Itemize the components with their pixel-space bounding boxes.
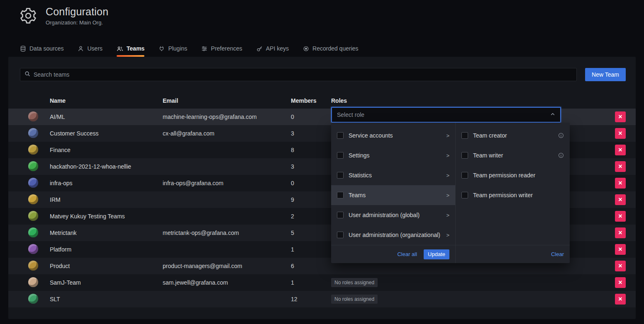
delete-team-button[interactable]: × bbox=[615, 178, 626, 189]
delete-team-button[interactable]: × bbox=[615, 211, 626, 222]
team-name[interactable]: infra-ops bbox=[50, 180, 163, 186]
role-submenu: Team creatorTeam writerTeam permission r… bbox=[456, 123, 570, 263]
tab-plugins[interactable]: Plugins bbox=[159, 41, 187, 57]
key-icon bbox=[256, 46, 263, 52]
team-name[interactable]: SamJ-Team bbox=[50, 279, 163, 286]
checkbox[interactable] bbox=[337, 172, 344, 179]
delete-team-button[interactable]: × bbox=[615, 128, 626, 139]
checkbox[interactable] bbox=[337, 152, 344, 159]
chevron-up-icon bbox=[550, 111, 555, 118]
table-row[interactable]: SLT12No roles assigned× bbox=[8, 291, 636, 307]
team-name[interactable]: Matvey Kukuy Testing Teams bbox=[50, 213, 163, 220]
delete-team-button[interactable]: × bbox=[615, 261, 626, 271]
column-email: Email bbox=[163, 97, 291, 104]
team-name[interactable]: Metrictank bbox=[50, 230, 163, 236]
search-box bbox=[20, 68, 577, 81]
role-group-statistics[interactable]: Statistics> bbox=[331, 165, 455, 185]
team-name[interactable]: Finance bbox=[50, 147, 163, 153]
tab-label: Preferences bbox=[211, 45, 242, 52]
team-avatar bbox=[28, 261, 38, 271]
role-select-input[interactable]: Select role bbox=[331, 107, 561, 123]
role-group-teams[interactable]: Teams> bbox=[331, 185, 455, 205]
role-group-user-administration-organizational[interactable]: User administration (organizational)> bbox=[331, 225, 455, 245]
tab-users[interactable]: Users bbox=[78, 41, 102, 57]
role-group-service-accounts[interactable]: Service accounts> bbox=[331, 126, 455, 145]
team-email: machine-learning-ops@grafana.com bbox=[163, 114, 291, 120]
checkbox[interactable] bbox=[461, 152, 468, 159]
role-option-team-permission-writer[interactable]: Team permission writer bbox=[456, 185, 570, 205]
database-icon bbox=[20, 46, 26, 52]
close-icon: × bbox=[618, 130, 622, 137]
team-name[interactable]: Platform bbox=[50, 246, 163, 253]
team-avatar bbox=[28, 161, 38, 171]
team-members-count: 1 bbox=[291, 279, 331, 286]
table-row[interactable]: SamJ-Teamsam.jewell@grafana.com1No roles… bbox=[8, 274, 636, 291]
page-title: Configuration bbox=[46, 6, 108, 18]
plug-icon bbox=[159, 46, 165, 52]
role-group-label: User administration (global) bbox=[349, 212, 420, 218]
delete-team-button[interactable]: × bbox=[615, 294, 626, 305]
search-teams-input[interactable] bbox=[34, 71, 572, 78]
delete-team-button[interactable]: × bbox=[615, 227, 626, 238]
tab-preferences[interactable]: Preferences bbox=[201, 41, 242, 57]
team-email: metrictank-ops@grafana.com bbox=[163, 230, 291, 236]
chevron-right-icon: > bbox=[446, 152, 449, 159]
table-header: Name Email Members Roles bbox=[8, 93, 636, 109]
info-icon[interactable] bbox=[558, 152, 564, 158]
checkbox[interactable] bbox=[461, 132, 468, 139]
checkbox[interactable] bbox=[337, 232, 344, 238]
team-name[interactable]: hackathon-2021-12-whoa-nellie bbox=[50, 163, 163, 170]
tab-label: Plugins bbox=[168, 45, 187, 52]
team-members-count: 3 bbox=[291, 130, 331, 137]
delete-team-button[interactable]: × bbox=[615, 194, 626, 205]
checkbox[interactable] bbox=[337, 132, 344, 139]
delete-team-button[interactable]: × bbox=[615, 244, 626, 255]
team-email: sam.jewell@grafana.com bbox=[163, 279, 291, 286]
delete-team-button[interactable]: × bbox=[615, 277, 626, 288]
role-group-user-administration-global[interactable]: User administration (global)> bbox=[331, 205, 455, 225]
record-icon bbox=[303, 46, 309, 52]
team-roles-cell: No roles assigned bbox=[331, 278, 607, 287]
team-name[interactable]: Product bbox=[50, 263, 163, 269]
tab-data-sources[interactable]: Data sources bbox=[20, 41, 63, 57]
delete-team-button[interactable]: × bbox=[615, 145, 626, 155]
tab-label: Teams bbox=[127, 45, 144, 52]
close-icon: × bbox=[618, 147, 622, 153]
team-members-count: 6 bbox=[291, 263, 331, 269]
team-name[interactable]: SLT bbox=[50, 296, 163, 302]
close-icon: × bbox=[618, 196, 622, 203]
clear-all-link[interactable]: Clear all bbox=[397, 251, 417, 257]
chevron-right-icon: > bbox=[446, 212, 449, 218]
team-avatar bbox=[28, 244, 38, 254]
close-icon: × bbox=[618, 114, 622, 120]
new-team-button[interactable]: New Team bbox=[585, 68, 626, 81]
tab-label: Users bbox=[87, 45, 102, 52]
role-option-team-writer[interactable]: Team writer bbox=[456, 145, 570, 165]
update-button[interactable]: Update bbox=[424, 249, 449, 259]
roles-badge: No roles assigned bbox=[331, 295, 378, 304]
clear-link[interactable]: Clear bbox=[551, 251, 564, 257]
role-picker: Select role Service accounts>Settings>St… bbox=[331, 107, 561, 123]
tab-api-keys[interactable]: API keys bbox=[256, 41, 289, 57]
search-icon bbox=[24, 71, 30, 78]
role-group-settings[interactable]: Settings> bbox=[331, 145, 455, 165]
team-name[interactable]: IRM bbox=[50, 196, 163, 203]
info-icon[interactable] bbox=[558, 133, 564, 138]
tab-teams[interactable]: Teams bbox=[117, 41, 144, 57]
checkbox[interactable] bbox=[461, 192, 468, 198]
tab-recorded-queries[interactable]: Recorded queries bbox=[303, 41, 359, 57]
team-name[interactable]: AI/ML bbox=[50, 114, 163, 120]
close-icon: × bbox=[618, 213, 622, 220]
delete-team-button[interactable]: × bbox=[615, 111, 626, 122]
team-members-count: 0 bbox=[291, 114, 331, 120]
role-option-team-creator[interactable]: Team creator bbox=[456, 126, 570, 145]
team-members-count: 12 bbox=[291, 296, 331, 302]
team-avatar bbox=[28, 178, 38, 188]
checkbox[interactable] bbox=[461, 172, 468, 179]
checkbox[interactable] bbox=[337, 192, 344, 198]
teams-panel: New Team Name Email Members Roles AI/MLm… bbox=[8, 57, 636, 319]
checkbox[interactable] bbox=[337, 212, 344, 218]
role-option-team-permission-reader[interactable]: Team permission reader bbox=[456, 165, 570, 185]
team-name[interactable]: Customer Success bbox=[50, 130, 163, 137]
delete-team-button[interactable]: × bbox=[615, 161, 626, 172]
